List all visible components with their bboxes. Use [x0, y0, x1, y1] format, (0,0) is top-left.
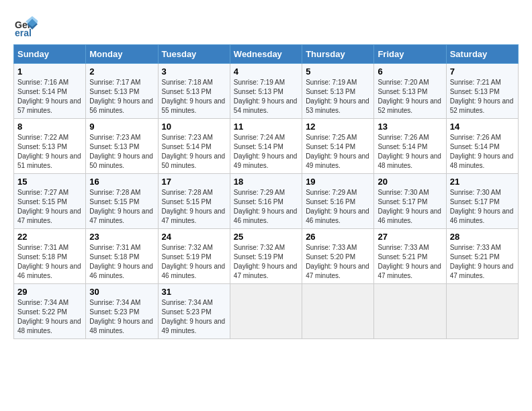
day-number: 24 — [162, 232, 226, 242]
day-info: Sunrise: 7:25 AMSunset: 5:14 PMDaylight:… — [306, 134, 369, 169]
col-thursday: Thursday — [302, 45, 374, 64]
day-number: 4 — [234, 66, 298, 77]
calendar-table: Sunday Monday Tuesday Wednesday Thursday… — [13, 44, 519, 339]
table-row: 24 Sunrise: 7:32 AMSunset: 5:19 PMDaylig… — [158, 229, 230, 284]
table-row: 17 Sunrise: 7:28 AMSunset: 5:15 PMDaylig… — [158, 174, 230, 229]
table-row: 22 Sunrise: 7:31 AMSunset: 5:18 PMDaylig… — [14, 229, 86, 284]
day-number: 8 — [17, 122, 82, 132]
table-row: 20 Sunrise: 7:30 AMSunset: 5:17 PMDaylig… — [374, 174, 446, 229]
day-info: Sunrise: 7:28 AMSunset: 5:15 PMDaylight:… — [89, 189, 153, 224]
table-row — [374, 284, 446, 339]
day-info: Sunrise: 7:34 AMSunset: 5:22 PMDaylight:… — [17, 299, 81, 334]
day-info: Sunrise: 7:21 AMSunset: 5:13 PMDaylight:… — [450, 79, 514, 114]
table-row: 10 Sunrise: 7:23 AMSunset: 5:14 PMDaylig… — [158, 119, 230, 174]
day-number: 15 — [17, 177, 82, 187]
day-info: Sunrise: 7:31 AMSunset: 5:18 PMDaylight:… — [89, 244, 153, 279]
table-row: 21 Sunrise: 7:30 AMSunset: 5:17 PMDaylig… — [446, 174, 518, 229]
day-info: Sunrise: 7:24 AMSunset: 5:14 PMDaylight:… — [234, 134, 298, 169]
table-row: 31 Sunrise: 7:34 AMSunset: 5:23 PMDaylig… — [158, 284, 230, 339]
col-monday: Monday — [86, 45, 158, 64]
table-row: 23 Sunrise: 7:31 AMSunset: 5:18 PMDaylig… — [86, 229, 158, 284]
day-info: Sunrise: 7:22 AMSunset: 5:13 PMDaylight:… — [17, 134, 81, 169]
day-info: Sunrise: 7:19 AMSunset: 5:13 PMDaylight:… — [234, 79, 298, 114]
col-saturday: Saturday — [446, 45, 518, 64]
table-row: 28 Sunrise: 7:33 AMSunset: 5:21 PMDaylig… — [446, 229, 518, 284]
day-number: 27 — [378, 232, 442, 242]
logo-icon: Gen eral — [13, 13, 38, 38]
day-number: 9 — [89, 122, 154, 132]
table-row — [446, 284, 518, 339]
day-number: 10 — [162, 122, 226, 132]
day-info: Sunrise: 7:28 AMSunset: 5:15 PMDaylight:… — [162, 189, 226, 224]
day-info: Sunrise: 7:26 AMSunset: 5:14 PMDaylight:… — [378, 134, 441, 169]
svg-text:eral: eral — [15, 28, 32, 38]
table-row: 13 Sunrise: 7:26 AMSunset: 5:14 PMDaylig… — [374, 119, 446, 174]
day-number: 13 — [378, 122, 442, 132]
day-info: Sunrise: 7:32 AMSunset: 5:19 PMDaylight:… — [162, 244, 226, 279]
calendar-week-row: 1 Sunrise: 7:16 AMSunset: 5:14 PMDayligh… — [14, 64, 519, 119]
day-number: 25 — [234, 232, 298, 242]
table-row: 3 Sunrise: 7:18 AMSunset: 5:13 PMDayligh… — [158, 64, 230, 119]
day-info: Sunrise: 7:17 AMSunset: 5:13 PMDaylight:… — [89, 79, 153, 114]
table-row: 26 Sunrise: 7:33 AMSunset: 5:20 PMDaylig… — [302, 229, 374, 284]
day-info: Sunrise: 7:33 AMSunset: 5:20 PMDaylight:… — [306, 244, 369, 279]
day-number: 23 — [89, 232, 154, 242]
col-sunday: Sunday — [14, 45, 86, 64]
day-number: 1 — [17, 66, 82, 77]
day-number: 21 — [450, 177, 515, 187]
table-row: 16 Sunrise: 7:28 AMSunset: 5:15 PMDaylig… — [86, 174, 158, 229]
day-info: Sunrise: 7:19 AMSunset: 5:13 PMDaylight:… — [306, 79, 369, 114]
day-number: 12 — [306, 122, 370, 132]
day-number: 31 — [162, 287, 226, 297]
day-info: Sunrise: 7:20 AMSunset: 5:13 PMDaylight:… — [378, 79, 441, 114]
table-row — [302, 284, 374, 339]
day-number: 2 — [89, 66, 154, 77]
day-info: Sunrise: 7:34 AMSunset: 5:23 PMDaylight:… — [89, 299, 153, 334]
day-number: 6 — [378, 66, 442, 77]
day-number: 22 — [17, 232, 82, 242]
day-info: Sunrise: 7:30 AMSunset: 5:17 PMDaylight:… — [450, 189, 514, 224]
table-row: 12 Sunrise: 7:25 AMSunset: 5:14 PMDaylig… — [302, 119, 374, 174]
day-info: Sunrise: 7:23 AMSunset: 5:13 PMDaylight:… — [89, 134, 153, 169]
day-info: Sunrise: 7:18 AMSunset: 5:13 PMDaylight:… — [162, 79, 226, 114]
calendar-week-row: 29 Sunrise: 7:34 AMSunset: 5:22 PMDaylig… — [14, 284, 519, 339]
calendar-week-row: 15 Sunrise: 7:27 AMSunset: 5:15 PMDaylig… — [14, 174, 519, 229]
table-row: 2 Sunrise: 7:17 AMSunset: 5:13 PMDayligh… — [86, 64, 158, 119]
col-tuesday: Tuesday — [158, 45, 230, 64]
day-info: Sunrise: 7:34 AMSunset: 5:23 PMDaylight:… — [162, 299, 226, 334]
table-row: 7 Sunrise: 7:21 AMSunset: 5:13 PMDayligh… — [446, 64, 518, 119]
table-row: 14 Sunrise: 7:26 AMSunset: 5:14 PMDaylig… — [446, 119, 518, 174]
day-number: 18 — [234, 177, 298, 187]
table-row: 8 Sunrise: 7:22 AMSunset: 5:13 PMDayligh… — [14, 119, 86, 174]
table-row: 27 Sunrise: 7:33 AMSunset: 5:21 PMDaylig… — [374, 229, 446, 284]
table-row: 18 Sunrise: 7:29 AMSunset: 5:16 PMDaylig… — [230, 174, 302, 229]
table-row: 19 Sunrise: 7:29 AMSunset: 5:16 PMDaylig… — [302, 174, 374, 229]
day-info: Sunrise: 7:26 AMSunset: 5:14 PMDaylight:… — [450, 134, 514, 169]
day-info: Sunrise: 7:32 AMSunset: 5:19 PMDaylight:… — [234, 244, 298, 279]
logo: Gen eral — [13, 13, 40, 38]
table-row: 30 Sunrise: 7:34 AMSunset: 5:23 PMDaylig… — [86, 284, 158, 339]
day-number: 28 — [450, 232, 515, 242]
calendar-header-row: Sunday Monday Tuesday Wednesday Thursday… — [14, 45, 519, 64]
table-row: 4 Sunrise: 7:19 AMSunset: 5:13 PMDayligh… — [230, 64, 302, 119]
table-row: 25 Sunrise: 7:32 AMSunset: 5:19 PMDaylig… — [230, 229, 302, 284]
col-friday: Friday — [374, 45, 446, 64]
day-number: 7 — [450, 66, 515, 77]
day-number: 11 — [234, 122, 298, 132]
table-row: 11 Sunrise: 7:24 AMSunset: 5:14 PMDaylig… — [230, 119, 302, 174]
table-row: 9 Sunrise: 7:23 AMSunset: 5:13 PMDayligh… — [86, 119, 158, 174]
day-number: 26 — [306, 232, 370, 242]
table-row — [230, 284, 302, 339]
col-wednesday: Wednesday — [230, 45, 302, 64]
day-info: Sunrise: 7:29 AMSunset: 5:16 PMDaylight:… — [306, 189, 369, 224]
day-info: Sunrise: 7:23 AMSunset: 5:14 PMDaylight:… — [162, 134, 226, 169]
day-number: 16 — [89, 177, 154, 187]
day-number: 5 — [306, 66, 370, 77]
day-info: Sunrise: 7:16 AMSunset: 5:14 PMDaylight:… — [17, 79, 81, 114]
day-info: Sunrise: 7:33 AMSunset: 5:21 PMDaylight:… — [450, 244, 514, 279]
day-info: Sunrise: 7:30 AMSunset: 5:17 PMDaylight:… — [378, 189, 441, 224]
day-info: Sunrise: 7:29 AMSunset: 5:16 PMDaylight:… — [234, 189, 298, 224]
table-row: 29 Sunrise: 7:34 AMSunset: 5:22 PMDaylig… — [14, 284, 86, 339]
day-info: Sunrise: 7:33 AMSunset: 5:21 PMDaylight:… — [378, 244, 441, 279]
day-info: Sunrise: 7:31 AMSunset: 5:18 PMDaylight:… — [17, 244, 81, 279]
